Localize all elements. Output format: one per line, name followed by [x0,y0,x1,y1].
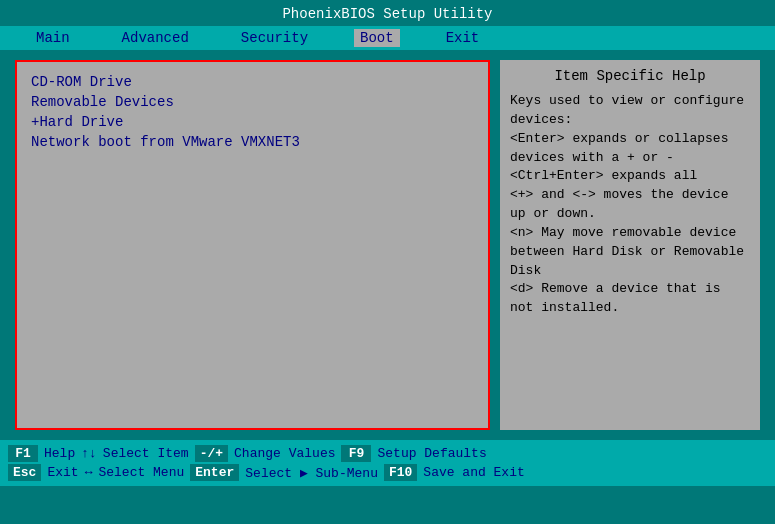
title-bar: PhoenixBIOS Setup Utility [0,0,775,26]
boot-item-removable-label: Removable Devices [31,94,174,110]
key-f1: F1 [8,445,38,462]
menu-bar: Main Advanced Security Boot Exit [0,26,775,50]
app-title: PhoenixBIOS Setup Utility [282,6,492,22]
key-f9: F9 [341,445,371,462]
menu-item-security[interactable]: Security [235,29,314,47]
key-f10: F10 [384,464,417,481]
boot-item-network[interactable]: Network boot from VMware VMXNET3 [27,132,478,152]
symbol-leftright: ↔ [85,465,93,480]
boot-item-harddrive-label: +Hard Drive [31,114,123,130]
desc-help: Help [44,446,75,461]
desc-select-submenu: Select ▶ Sub-Menu [245,465,378,481]
symbol-updown: ↑↓ [81,446,97,461]
boot-order-panel: CD-ROM Drive Removable Devices +Hard Dri… [15,60,490,430]
desc-save-exit: Save and Exit [423,465,524,480]
footer-section: F1 Help ↑↓ Select Item -/+ Change Values… [0,440,775,486]
help-text: Keys used to view or configure devices: … [510,92,750,318]
boot-item-cdrom[interactable]: CD-ROM Drive [27,72,478,92]
desc-select-item: Select Item [103,446,189,461]
help-panel: Item Specific Help Keys used to view or … [500,60,760,430]
desc-change-values: Change Values [234,446,335,461]
menu-item-exit[interactable]: Exit [440,29,486,47]
content-area: CD-ROM Drive Removable Devices +Hard Dri… [0,50,775,440]
desc-select-menu: Select Menu [98,465,184,480]
menu-item-advanced[interactable]: Advanced [116,29,195,47]
footer: F1 Help ↑↓ Select Item -/+ Change Values… [0,440,775,486]
boot-item-cdrom-label: CD-ROM Drive [31,74,132,90]
boot-item-network-label: Network boot from VMware VMXNET3 [31,134,300,150]
desc-exit: Exit [47,465,78,480]
boot-item-harddrive[interactable]: +Hard Drive [27,112,478,132]
key-plusminus: -/+ [195,445,228,462]
key-esc: Esc [8,464,41,481]
footer-row-2: Esc Exit ↔ Select Menu Enter Select ▶ Su… [0,463,775,482]
menu-item-main[interactable]: Main [30,29,76,47]
menu-item-boot[interactable]: Boot [354,29,400,47]
boot-item-removable[interactable]: Removable Devices [27,92,478,112]
desc-setup-defaults: Setup Defaults [377,446,486,461]
key-enter: Enter [190,464,239,481]
footer-row-1: F1 Help ↑↓ Select Item -/+ Change Values… [0,444,775,463]
help-title: Item Specific Help [510,68,750,84]
